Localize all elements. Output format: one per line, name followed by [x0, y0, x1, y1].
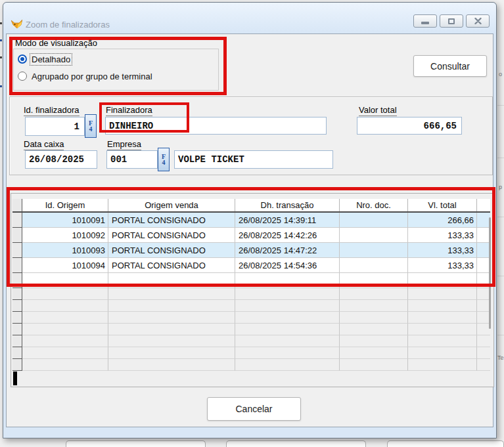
empresa-field[interactable]: 001 — [106, 150, 158, 169]
table-row[interactable] — [12, 347, 490, 359]
table-cell: 26/08/2025 14:39:11 — [235, 213, 340, 228]
table-cell — [408, 324, 477, 335]
table-row[interactable]: 1010093PORTAL CONSIGNADO26/08/2025 14:47… — [12, 243, 490, 258]
row-selector[interactable] — [12, 359, 22, 371]
background-fragment — [0, 39, 2, 41]
close-button[interactable] — [466, 14, 490, 28]
column-header[interactable]: Origem venda — [108, 199, 235, 211]
table-cell — [22, 347, 108, 359]
finalizadora-field[interactable]: DINHEIRO — [105, 117, 327, 135]
row-filler — [477, 273, 490, 288]
id-finalizadora-field[interactable]: 1 — [25, 117, 85, 136]
consultar-button[interactable]: Consultar — [413, 55, 487, 77]
row-selector[interactable] — [12, 243, 22, 258]
table-cell: PORTAL CONSIGNADO — [108, 228, 235, 243]
row-selector[interactable] — [12, 258, 22, 273]
table-row[interactable] — [12, 335, 490, 347]
header-filler-cell — [477, 199, 490, 211]
background-fragment: Te — [497, 354, 504, 361]
row-selector[interactable] — [12, 300, 22, 312]
table-cell: PORTAL CONSIGNADO — [108, 258, 235, 273]
row-selector[interactable] — [12, 347, 22, 359]
row-filler — [477, 258, 490, 273]
radio-icon[interactable] — [18, 72, 27, 81]
table-cell — [108, 300, 235, 312]
minimize-button[interactable] — [413, 14, 437, 28]
table-cell — [340, 258, 408, 273]
row-selector[interactable] — [12, 324, 22, 335]
row-selector[interactable] — [12, 335, 22, 347]
table-row[interactable] — [12, 273, 490, 288]
table-cell: 133,33 — [408, 243, 477, 258]
table-cell — [408, 300, 477, 312]
table-cell: PORTAL CONSIGNADO — [108, 213, 235, 228]
table-cell — [408, 312, 477, 324]
table-cell — [235, 324, 340, 335]
table-cell — [340, 359, 408, 371]
table-row[interactable] — [12, 324, 490, 335]
table-cell — [408, 273, 477, 288]
background-partial-button[interactable] — [387, 440, 504, 447]
background-fragment — [497, 105, 504, 106]
column-header[interactable]: Nro. doc. — [340, 199, 408, 211]
row-selector[interactable] — [12, 228, 22, 243]
title-bar[interactable]: Zoom de finalizadoras — [3, 3, 496, 34]
table-cell — [108, 359, 235, 371]
id-finalizadora-f4-lookup-button[interactable]: F 4 — [85, 114, 97, 138]
table-cell — [108, 312, 235, 324]
fox-app-icon — [11, 19, 22, 30]
background-fragment — [0, 56, 2, 58]
grid-cursor-mark — [13, 372, 17, 385]
row-selector[interactable] — [12, 273, 22, 288]
empresa-f4-lookup-button[interactable]: F 4 — [158, 148, 170, 171]
radio-option-agrupado[interactable]: Agrupado por grupo de terminal — [18, 70, 154, 82]
data-caixa-field[interactable]: 26/08/2025 — [25, 150, 97, 169]
cancelar-button[interactable]: Cancelar — [207, 397, 301, 421]
minimize-icon — [421, 22, 429, 24]
table-row[interactable]: 1010091PORTAL CONSIGNADO26/08/2025 14:39… — [12, 213, 490, 228]
table-row[interactable] — [12, 312, 490, 324]
row-filler — [477, 243, 490, 258]
table-cell: 26/08/2025 14:54:36 — [235, 258, 340, 273]
table-cell — [340, 347, 408, 359]
table-row[interactable]: 1010092PORTAL CONSIGNADO26/08/2025 14:42… — [12, 228, 490, 243]
table-cell — [108, 273, 235, 288]
row-filler — [477, 228, 490, 243]
vertical-scrollbar[interactable] — [489, 217, 491, 329]
table-row[interactable] — [12, 288, 490, 300]
radio-label[interactable]: Agrupado por grupo de terminal — [30, 71, 154, 82]
row-selector[interactable] — [12, 288, 22, 300]
background-partial-button[interactable] — [226, 440, 366, 447]
view-mode-group-label: Modo de visualização — [15, 39, 97, 49]
row-selector[interactable] — [12, 312, 22, 324]
row-filler — [477, 312, 490, 324]
table-cell — [22, 288, 108, 300]
table-cell — [235, 359, 340, 371]
column-header[interactable]: Vl. total — [408, 199, 477, 211]
row-selector[interactable] — [12, 213, 22, 228]
table-row[interactable] — [12, 300, 490, 312]
table-row[interactable] — [12, 359, 490, 371]
table-cell — [340, 243, 408, 258]
table-cell — [235, 312, 340, 324]
table-cell: 133,33 — [408, 258, 477, 273]
table-cell — [22, 324, 108, 335]
window-title: Zoom de finalizadoras — [26, 20, 110, 30]
empresa-label: Empresa — [107, 140, 141, 150]
radio-label[interactable]: Detalhado — [30, 54, 72, 65]
table-row[interactable]: 1010094PORTAL CONSIGNADO26/08/2025 14:54… — [12, 258, 490, 273]
column-header[interactable]: Id. Origem — [22, 199, 108, 211]
column-header[interactable]: Dh. transação — [235, 199, 340, 211]
data-caixa-label: Data caixa — [24, 140, 64, 150]
radio-icon[interactable] — [18, 54, 27, 64]
table-cell — [340, 300, 408, 312]
table-cell — [408, 347, 477, 359]
row-filler — [477, 300, 490, 312]
table-cell — [408, 288, 477, 300]
table-cell — [108, 324, 235, 335]
background-partial-button[interactable] — [66, 440, 206, 447]
radio-option-detalhado[interactable]: Detalhado — [18, 53, 72, 65]
row-filler — [477, 324, 490, 335]
table-cell — [22, 312, 108, 324]
maximize-button[interactable] — [440, 14, 463, 28]
